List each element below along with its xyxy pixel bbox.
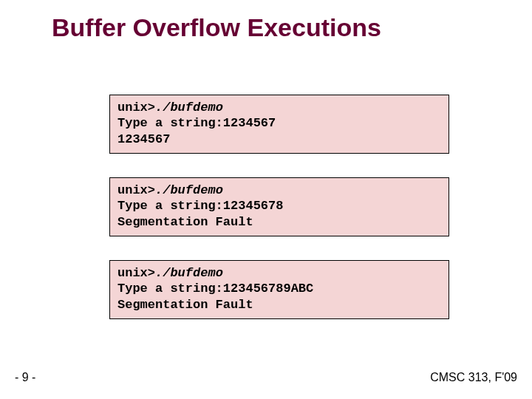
- slide: Buffer Overflow Executions unix>./bufdem…: [0, 0, 532, 399]
- code-box-2: unix>./bufdemo Type a string:12345678 Se…: [109, 177, 449, 236]
- cmd-line: unix>./bufdemo: [117, 100, 441, 115]
- command: ./bufdemo: [155, 100, 223, 115]
- input-line: Type a string:12345678: [117, 198, 441, 214]
- code-box-1: unix>./bufdemo Type a string:1234567 123…: [109, 95, 449, 154]
- output-line: Segmentation Fault: [117, 297, 441, 313]
- user-input: 12345678: [223, 199, 284, 213]
- page-title: Buffer Overflow Executions: [52, 13, 381, 42]
- footer: CMSC 313, F'09: [430, 371, 517, 384]
- prompt: unix>: [117, 100, 155, 115]
- echo-label: Type a string:: [117, 282, 223, 296]
- output-line: Segmentation Fault: [117, 214, 441, 230]
- prompt: unix>: [117, 183, 155, 197]
- user-input: 123456789ABC: [223, 282, 313, 296]
- prompt: unix>: [117, 266, 155, 280]
- output-line: 1234567: [117, 132, 441, 147]
- code-box-3: unix>./bufdemo Type a string:123456789AB…: [109, 260, 449, 319]
- echo-label: Type a string:: [117, 199, 223, 213]
- input-line: Type a string:123456789ABC: [117, 281, 441, 296]
- cmd-line: unix>./bufdemo: [117, 265, 441, 281]
- page-number: - 9 -: [15, 371, 35, 384]
- command: ./bufdemo: [155, 183, 223, 197]
- echo-label: Type a string:: [117, 116, 223, 130]
- input-line: Type a string:1234567: [117, 115, 441, 131]
- user-input: 1234567: [223, 116, 276, 130]
- command: ./bufdemo: [155, 266, 223, 280]
- cmd-line: unix>./bufdemo: [117, 183, 441, 198]
